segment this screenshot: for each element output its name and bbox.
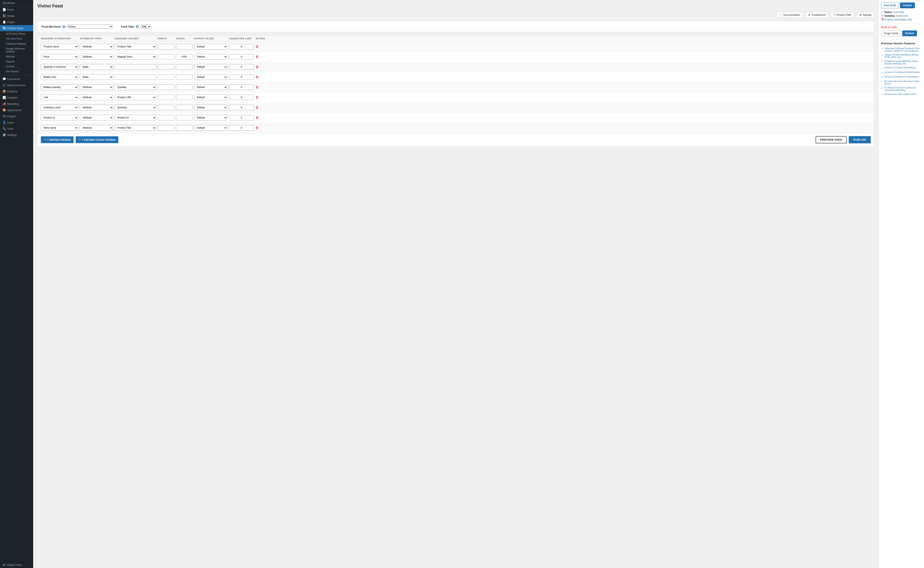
type-info-icon[interactable]: ? — [136, 25, 139, 28]
assigned-value-select[interactable]: Product Title — [115, 125, 156, 131]
product-filter-button[interactable]: ▽ Product Filter — [831, 12, 854, 18]
collapse-menu-button[interactable]: ◀ Collapse menu — [0, 562, 33, 568]
publish-time-edit-link[interactable]: Edit — [907, 18, 912, 21]
char-limit-input[interactable] — [229, 95, 254, 100]
sidebar-item-product-feed[interactable]: 📡 Product Feed — [0, 25, 33, 31]
sidebar-item-pages[interactable]: 📋 Pages — [0, 19, 33, 25]
prefix-input[interactable] — [158, 54, 174, 59]
sidebar-item-marketing[interactable]: 📣 Marketing — [0, 101, 33, 107]
prefix-input[interactable] — [158, 74, 174, 80]
assigned-value-input[interactable] — [115, 74, 156, 80]
char-limit-input[interactable] — [229, 44, 254, 49]
troubleshoot-button[interactable]: ⚙ Troubleshoot — [805, 12, 829, 18]
premium-link[interactable]: Detailed Product Attributes (Size, Gende… — [885, 60, 921, 65]
delete-row-button[interactable]: 🗑 — [256, 85, 259, 89]
suffix-input[interactable] — [176, 85, 192, 90]
documentation-button[interactable]: 📄 Documentation — [777, 12, 803, 18]
output-filter-select[interactable]: Default — [194, 84, 227, 90]
feed-merchant-select[interactable]: Vivino — [67, 25, 113, 29]
char-limit-input[interactable] — [229, 105, 254, 110]
attr-type-select[interactable]: AttributeStatic — [80, 94, 113, 100]
attr-type-select[interactable]: AttributeStatic — [80, 74, 113, 80]
suffix-input[interactable] — [176, 64, 192, 69]
prefix-input[interactable] — [158, 44, 174, 49]
move-to-trash-link[interactable]: Move to Trash — [881, 26, 921, 29]
suffix-input[interactable] — [176, 105, 192, 110]
sidebar-item-settings-main[interactable]: ⚙️ Settings — [0, 132, 33, 138]
sidebar-item-posts[interactable]: 📄 Posts — [0, 6, 33, 13]
char-limit-input[interactable] — [229, 115, 254, 120]
suffix-input[interactable] — [176, 54, 192, 59]
sidebar-sub-get-started[interactable]: Get Started — [0, 69, 33, 74]
output-filter-select[interactable]: Default — [194, 44, 227, 50]
premium-link[interactable]: Fix WooCommerce's (Json-Ld) Structured D… — [885, 86, 921, 91]
char-limit-input[interactable] — [229, 85, 254, 90]
required-attr-select[interactable]: Quantity is minimum — [41, 64, 78, 70]
sidebar-sub-license[interactable]: License — [0, 64, 33, 69]
char-limit-input[interactable] — [229, 54, 254, 59]
suffix-input[interactable] — [176, 44, 192, 49]
assigned-value-select[interactable]: Quantity — [115, 84, 156, 90]
suffix-input[interactable] — [176, 125, 192, 130]
assigned-value-select[interactable]: Product Id — [115, 115, 156, 121]
delete-row-button[interactable]: 🗑 — [256, 75, 259, 79]
sidebar-sub-all-feeds[interactable]: All Product Feeds — [0, 31, 33, 36]
output-filter-select[interactable]: Default — [194, 64, 227, 70]
delete-row-button[interactable]: 🗑 — [256, 65, 259, 69]
suffix-input[interactable] — [176, 95, 192, 100]
required-attr-select[interactable]: Product name — [41, 44, 78, 50]
premium-link[interactable]: Access to an elite support team. — [885, 93, 917, 95]
assigned-value-select[interactable]: Product URL — [115, 94, 156, 100]
sidebar-item-plugins[interactable]: 🔌 Plugins — [0, 113, 33, 119]
publish-main-button[interactable]: PUBLISH — [849, 136, 871, 144]
sidebar-sub-add-new[interactable]: Add New Feed — [0, 36, 33, 41]
sidebar-item-appearance[interactable]: 🎨 Appearance — [0, 107, 33, 113]
attr-type-select[interactable]: AttributeStatic — [80, 104, 113, 110]
delete-row-button[interactable]: 🗑 — [256, 126, 259, 130]
visibility-edit-link[interactable]: Edit — [903, 15, 908, 17]
delete-row-button[interactable]: 🗑 — [256, 55, 259, 59]
status-edit-link[interactable]: Edit — [900, 11, 904, 14]
purge-cache-button[interactable]: Purge Cache — [881, 30, 901, 36]
add-custom-attribute-button[interactable]: ＋ + Add New Custom Attribute — [76, 136, 118, 143]
output-filter-select[interactable]: Default — [194, 94, 227, 100]
sidebar-item-tools[interactable]: 🔧 Tools — [0, 125, 33, 132]
prefix-input[interactable] — [158, 95, 174, 100]
output-filter-select[interactable]: Default — [194, 74, 227, 80]
sidebar-sub-settings[interactable]: Settings — [0, 54, 33, 59]
attr-type-select[interactable]: AttributeStatic — [80, 84, 113, 90]
publish-button[interactable]: Publish — [900, 3, 915, 8]
assigned-value-select[interactable]: Product Title — [115, 44, 156, 50]
required-attr-select[interactable]: Bottles quantity — [41, 84, 78, 90]
required-attr-select[interactable]: Link — [41, 94, 78, 100]
char-limit-input[interactable] — [229, 74, 254, 80]
char-limit-input[interactable] — [229, 125, 254, 130]
save-draft-button[interactable]: Save Draft — [881, 3, 899, 8]
attr-type-select[interactable]: AttributeStatic — [80, 125, 113, 131]
char-limit-input[interactable] — [229, 64, 254, 69]
publish-time-link[interactable]: Publish immediately — [885, 18, 907, 21]
merchant-info-icon[interactable]: ? — [62, 25, 65, 28]
output-filter-select[interactable]: Default — [194, 104, 227, 110]
sidebar-item-comments[interactable]: 💬 Comments — [0, 76, 33, 82]
attr-type-select[interactable]: AttributeStatic — [80, 54, 113, 60]
suffix-input[interactable] — [176, 74, 192, 80]
attr-type-select[interactable]: AttributeStatic — [80, 115, 113, 121]
attr-type-select[interactable]: Attribute Static Pattern — [80, 44, 113, 50]
feed-type-select[interactable]: XML CSV TSV — [141, 25, 151, 29]
delete-row-button[interactable]: 🗑 — [256, 106, 259, 109]
assigned-value-select[interactable]: Regular Price — [115, 54, 156, 60]
sidebar-item-users[interactable]: 👤 Users — [0, 119, 33, 125]
sidebar-item-products[interactable]: 📦 Products — [0, 88, 33, 94]
suffix-input[interactable] — [176, 115, 192, 120]
required-attr-select[interactable]: Product id — [41, 115, 78, 121]
attr-type-select[interactable]: AttributeStatic — [80, 64, 113, 70]
sidebar-item-woocommerce[interactable]: 🛒 WooCommerce — [0, 82, 33, 88]
premium-link[interactable]: Access to Dynamic Pricing feature — [885, 76, 919, 78]
output-filter-select[interactable]: Default — [194, 115, 227, 121]
output-filter-select[interactable]: Default — [194, 125, 227, 131]
assigned-value-input[interactable] — [115, 64, 156, 69]
required-attr-select[interactable]: Inventory count — [41, 104, 78, 110]
sidebar-sub-google[interactable]: Google Merchant Settings — [0, 46, 33, 54]
sidebar-item-media[interactable]: 🖼 Media — [0, 13, 33, 19]
